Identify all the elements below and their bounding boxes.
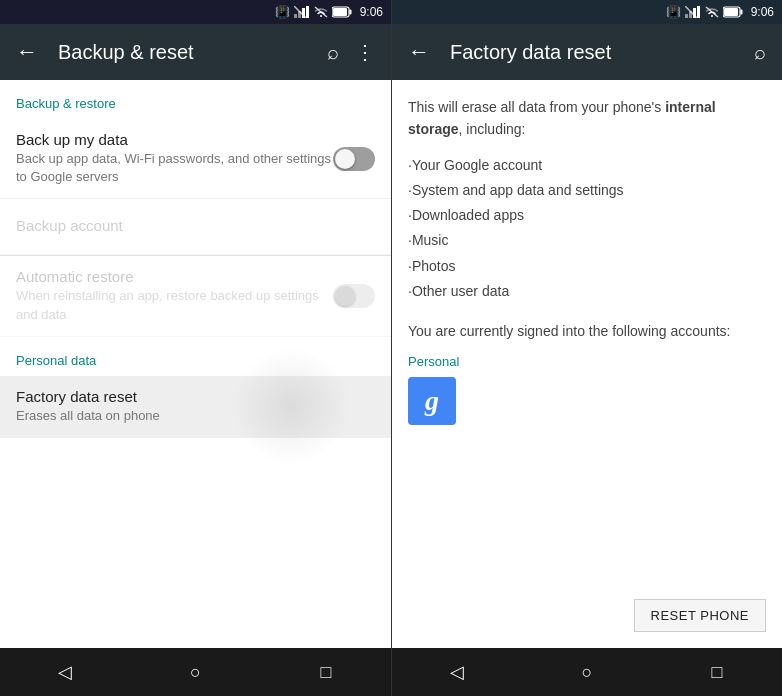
list-item-3: ·Music bbox=[408, 228, 766, 253]
left-content: Backup & restore Back up my data Back up… bbox=[0, 80, 391, 648]
google-icon[interactable]: g bbox=[408, 377, 456, 425]
right-nav-back[interactable]: ◁ bbox=[427, 652, 487, 692]
description-line2: , including: bbox=[459, 121, 526, 137]
left-top-bar-icons: ⌕ ⋮ bbox=[327, 40, 375, 64]
backup-account-title: Backup account bbox=[16, 217, 375, 234]
svg-rect-3 bbox=[306, 6, 309, 18]
factory-data-reset-text: Factory data reset Erases all data on ph… bbox=[16, 388, 375, 425]
svg-rect-17 bbox=[724, 8, 738, 16]
left-search-button[interactable]: ⌕ bbox=[327, 41, 339, 64]
right-status-icons: 📳 9:06 bbox=[666, 5, 774, 19]
left-status-bar: 📳 9:06 bbox=[0, 0, 391, 24]
right-top-bar: ← Factory data reset ⌕ bbox=[392, 24, 782, 80]
reset-phone-button[interactable]: RESET PHONE bbox=[634, 599, 766, 632]
left-back-button[interactable]: ← bbox=[16, 39, 38, 65]
right-nav-recents[interactable]: □ bbox=[687, 652, 747, 692]
automatic-restore-row[interactable]: Automatic restore When reinstalling an a… bbox=[0, 256, 391, 336]
list-item-0: ·Your Google account bbox=[408, 153, 766, 178]
svg-rect-9 bbox=[685, 14, 688, 18]
backup-restore-header: Backup & restore bbox=[0, 80, 391, 119]
right-top-bar-icons: ⌕ bbox=[754, 41, 766, 64]
right-battery-icon bbox=[723, 6, 743, 18]
right-vibrate-icon: 📳 bbox=[666, 5, 681, 19]
back-up-my-data-row[interactable]: Back up my data Back up app data, Wi-Fi … bbox=[0, 119, 391, 199]
right-nav-home[interactable]: ○ bbox=[557, 652, 617, 692]
left-time: 9:06 bbox=[360, 5, 383, 19]
vibrate-icon: 📳 bbox=[275, 5, 290, 19]
automatic-restore-title: Automatic restore bbox=[16, 268, 333, 285]
right-time: 9:06 bbox=[751, 5, 774, 19]
back-up-my-data-text: Back up my data Back up app data, Wi-Fi … bbox=[16, 131, 333, 186]
right-back-button[interactable]: ← bbox=[408, 39, 430, 65]
right-wifi-off-icon bbox=[705, 6, 719, 18]
right-status-bar: 📳 9:06 bbox=[392, 0, 782, 24]
reset-area: RESET PHONE bbox=[392, 583, 782, 648]
left-more-button[interactable]: ⋮ bbox=[355, 40, 375, 64]
signal-icon bbox=[294, 6, 310, 18]
list-item-1: ·System and app data and settings bbox=[408, 178, 766, 203]
personal-data-header: Personal data bbox=[0, 337, 391, 376]
left-bottom-nav: ◁ ○ □ bbox=[0, 648, 391, 696]
svg-rect-8 bbox=[333, 8, 347, 16]
back-up-my-data-toggle[interactable] bbox=[333, 147, 375, 171]
right-content: This will erase all data from your phone… bbox=[392, 80, 782, 583]
left-nav-recents[interactable]: □ bbox=[296, 652, 356, 692]
svg-rect-16 bbox=[740, 10, 742, 15]
list-item-2: ·Downloaded apps bbox=[408, 203, 766, 228]
automatic-restore-subtitle: When reinstalling an app, restore backed… bbox=[16, 287, 333, 323]
back-up-my-data-title: Back up my data bbox=[16, 131, 333, 148]
svg-rect-0 bbox=[294, 14, 297, 18]
list-item-5: ·Other user data bbox=[408, 279, 766, 304]
accounts-description: You are currently signed into the follow… bbox=[408, 320, 766, 342]
google-letter: g bbox=[425, 385, 439, 417]
automatic-restore-toggle[interactable] bbox=[333, 284, 375, 308]
left-nav-home[interactable]: ○ bbox=[165, 652, 225, 692]
left-status-icons: 📳 9:06 bbox=[275, 5, 383, 19]
backup-account-text: Backup account bbox=[16, 217, 375, 236]
list-item-4: ·Photos bbox=[408, 254, 766, 279]
left-nav-back[interactable]: ◁ bbox=[35, 652, 95, 692]
left-top-bar-title: Backup & reset bbox=[58, 41, 311, 64]
backup-account-row[interactable]: Backup account bbox=[0, 199, 391, 255]
left-panel: 📳 9:06 bbox=[0, 0, 391, 696]
wifi-off-icon bbox=[314, 6, 328, 18]
erase-list: ·Your Google account ·System and app dat… bbox=[408, 153, 766, 304]
personal-label: Personal bbox=[408, 354, 766, 369]
left-top-bar: ← Backup & reset ⌕ ⋮ bbox=[0, 24, 391, 80]
battery-icon bbox=[332, 6, 352, 18]
right-panel: 📳 9:06 ← Factory dat bbox=[391, 0, 782, 696]
erase-description: This will erase all data from your phone… bbox=[408, 96, 766, 141]
factory-data-reset-subtitle: Erases all data on phone bbox=[16, 407, 375, 425]
automatic-restore-text: Automatic restore When reinstalling an a… bbox=[16, 268, 333, 323]
factory-data-reset-title: Factory data reset bbox=[16, 388, 375, 405]
svg-rect-12 bbox=[697, 6, 700, 18]
right-signal-icon bbox=[685, 6, 701, 18]
description-line1: This will erase all data from your phone… bbox=[408, 99, 661, 115]
right-top-bar-title: Factory data reset bbox=[450, 41, 738, 64]
svg-rect-7 bbox=[349, 10, 351, 15]
right-search-button[interactable]: ⌕ bbox=[754, 41, 766, 64]
right-bottom-nav: ◁ ○ □ bbox=[392, 648, 782, 696]
back-up-my-data-subtitle: Back up app data, Wi-Fi passwords, and o… bbox=[16, 150, 333, 186]
factory-data-reset-row[interactable]: Factory data reset Erases all data on ph… bbox=[0, 376, 391, 438]
